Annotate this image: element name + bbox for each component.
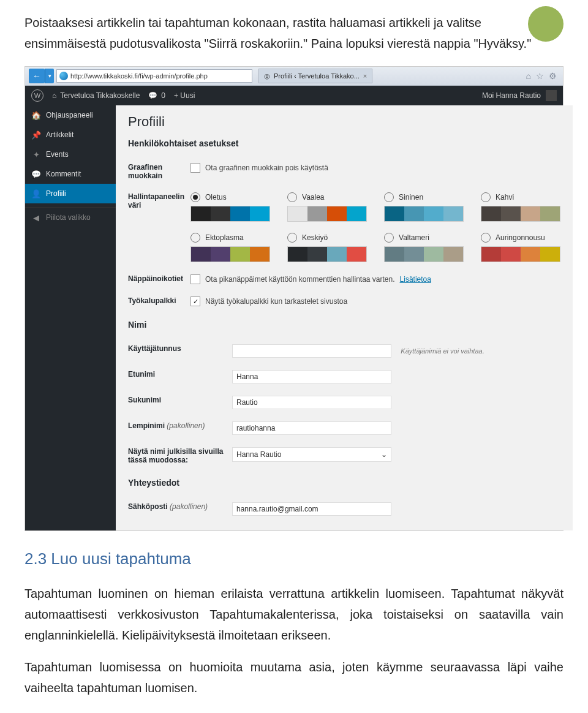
green-dot-icon (528, 6, 564, 42)
row-label-email: Sähköposti (pakollinen) (128, 496, 232, 522)
browser-back-button[interactable]: ← (29, 69, 45, 83)
color-scheme-label: Kahvi (496, 193, 514, 202)
radio-icon[interactable] (481, 192, 491, 202)
sidebar-item-posts[interactable]: 📌 Artikkelit (25, 125, 116, 145)
adminbar-comments-count: 0 (161, 91, 165, 100)
wp-logo-icon[interactable]: W (31, 89, 43, 102)
checkbox-toolbar-label: Näytä työkalupalkki kun tarkastelet sivu… (205, 297, 347, 306)
lastname-input[interactable] (232, 396, 391, 409)
section-contact: Yhteystiedot (128, 478, 560, 488)
row-label-firstname: Etunimi (128, 364, 232, 390)
color-swatch (481, 206, 560, 222)
color-scheme-option[interactable]: Vaalea (287, 192, 367, 222)
ie-icon (59, 72, 68, 80)
sidebar-item-events[interactable]: ✦ Events (25, 145, 116, 164)
checkbox-shortcuts[interactable] (190, 274, 200, 284)
color-scheme-option[interactable]: Valtameri (384, 233, 464, 262)
color-scheme-option[interactable]: Keskiyö (287, 233, 367, 262)
row-label-visual-editor: Graafinen muokkain (128, 157, 190, 186)
adminbar-new-button[interactable]: + Uusi (174, 91, 195, 100)
color-scheme-option[interactable]: Auringonnousu (481, 233, 560, 262)
browser-tools-icon[interactable]: ⚙ (549, 71, 557, 81)
displayname-select-value: Hanna Rautio (236, 450, 281, 459)
wp-admin-bar: W ⌂ Tervetuloa Tikkakoskelle 💬 0 + Uusi … (25, 86, 563, 105)
sidebar-collapse[interactable]: ◀ Piilota valikko (25, 207, 116, 227)
email-input[interactable] (232, 502, 391, 516)
row-label-displayname: Näytä nimi julkisilla sivuilla tässä muo… (128, 441, 232, 470)
radio-icon[interactable] (190, 233, 200, 243)
color-scheme-option[interactable]: Sininen (384, 192, 464, 222)
color-scheme-option[interactable]: Kahvi (481, 192, 560, 222)
displayname-select[interactable]: Hanna Rautio ⌄ (232, 447, 391, 462)
body-paragraph-2: Tapahtuman luomisessa on huomioita muuta… (24, 657, 564, 698)
sidebar-item-label: Kommentit (46, 170, 81, 178)
color-scheme-label: Valtameri (399, 233, 429, 242)
browser-tab[interactable]: ◎ Profiili ‹ Tervetuloa Tikkako... × (258, 69, 372, 83)
username-hint: Käyttäjänimiä ei voi vaihtaa. (401, 347, 484, 355)
shortcuts-more-link[interactable]: Lisätietoa (400, 275, 431, 284)
checkbox-toolbar[interactable]: ✓ (190, 296, 200, 306)
star-icon: ✦ (31, 149, 41, 159)
checkbox-visual-editor[interactable] (190, 163, 200, 173)
avatar[interactable] (546, 90, 557, 101)
checkbox-shortcuts-label: Ota pikanäppäimet käyttöön kommenttien h… (205, 275, 395, 284)
row-label-lastname: Sukunimi (128, 390, 232, 415)
color-swatch (384, 246, 464, 262)
nickname-input[interactable] (232, 421, 391, 435)
wp-content: Profiili Henkilökohtaiset asetukset Graa… (116, 105, 573, 530)
radio-icon[interactable] (287, 233, 297, 243)
comment-bubble-icon: 💬 (148, 91, 157, 100)
radio-icon[interactable] (384, 192, 394, 202)
sidebar-item-label: Artikkelit (46, 130, 74, 139)
color-swatch (287, 246, 367, 262)
section-personal-settings: Henkilökohtaiset asetukset (128, 138, 560, 148)
row-label-toolbar: Työkalupalkki (128, 290, 190, 312)
color-scheme-label: Oletus (205, 193, 227, 202)
color-scheme-option[interactable]: Ektoplasma (190, 233, 270, 262)
sidebar-item-comments[interactable]: 💬 Kommentit (25, 164, 116, 184)
color-scheme-label: Vaalea (302, 193, 324, 202)
browser-tab-title: Profiili ‹ Tervetuloa Tikkako... (274, 72, 360, 80)
color-scheme-label: Keskiyö (302, 233, 328, 242)
sidebar-item-dashboard[interactable]: 🏠 Ohjauspaneeli (25, 105, 116, 125)
color-swatch (190, 206, 270, 222)
radio-icon[interactable] (481, 233, 491, 243)
adminbar-comments[interactable]: 💬 0 (148, 91, 165, 100)
color-swatch (384, 206, 464, 222)
tab-favicon-icon: ◎ (264, 72, 270, 80)
user-icon: 👤 (31, 189, 41, 198)
color-swatch (287, 206, 367, 222)
sidebar-item-label: Events (46, 150, 69, 159)
adminbar-greeting[interactable]: Moi Hanna Rautio (482, 91, 541, 100)
row-label-username: Käyttäjätunnus (128, 338, 232, 364)
radio-icon[interactable] (190, 192, 200, 202)
intro-paragraph: Poistaaksesi artikkelin tai tapahtuman k… (24, 12, 533, 54)
row-label-nickname: Lempinimi (pakollinen) (128, 415, 232, 441)
browser-back-dropdown[interactable]: ▾ (45, 69, 54, 83)
color-scheme-label: Ektoplasma (205, 233, 244, 242)
checkbox-visual-editor-label: Ota graafinen muokkain pois käytöstä (205, 164, 328, 172)
chevron-left-icon: ◀ (31, 213, 41, 222)
browser-home-icon[interactable]: ⌂ (526, 71, 531, 81)
radio-icon[interactable] (287, 192, 297, 202)
color-scheme-option[interactable]: Oletus (190, 192, 270, 222)
browser-chrome: ← ▾ http://www.tikkakoski.fi/fi/wp-admin… (25, 67, 563, 86)
browser-url-bar[interactable]: http://www.tikkakoski.fi/fi/wp-admin/pro… (56, 69, 252, 83)
row-label-color-scheme: Hallintapaneelin väri (128, 186, 190, 268)
page-title: Profiili (128, 114, 560, 130)
adminbar-site-link[interactable]: ⌂ Tervetuloa Tikkakoskelle (52, 91, 140, 100)
radio-icon[interactable] (384, 233, 394, 243)
wp-sidebar: 🏠 Ohjauspaneeli 📌 Artikkelit ✦ Events 💬 … (25, 105, 116, 530)
tab-close-button[interactable]: × (363, 72, 367, 80)
browser-favorites-icon[interactable]: ☆ (536, 71, 544, 81)
sidebar-item-profile[interactable]: 👤 Profiili (25, 184, 116, 203)
sidebar-item-label: Piilota valikko (46, 213, 91, 222)
color-swatch (481, 246, 560, 262)
firstname-input[interactable] (232, 370, 391, 383)
sidebar-item-label: Ohjauspaneeli (46, 111, 93, 119)
heading-2-3: 2.3 Luo uusi tapahtuma (24, 549, 564, 568)
username-input (232, 344, 391, 358)
color-scheme-label: Auringonnousu (496, 233, 545, 242)
color-scheme-label: Sininen (399, 193, 423, 202)
sidebar-item-label: Profiili (46, 189, 66, 198)
